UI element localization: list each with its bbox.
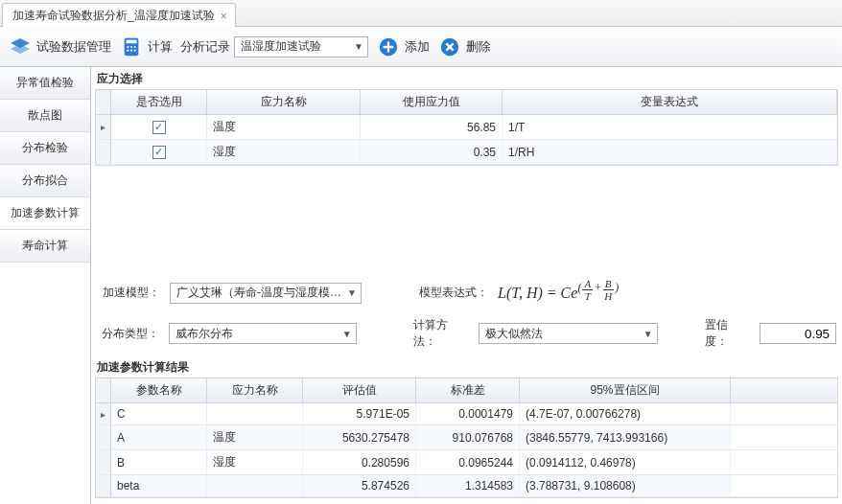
add-button[interactable]: 添加 xyxy=(376,34,430,59)
dist-select-value: 威布尔分布 xyxy=(175,326,233,342)
confidence-input[interactable] xyxy=(760,323,836,344)
x-circle-icon xyxy=(437,34,462,59)
results-cell-stress: 湿度 xyxy=(207,450,303,474)
compute-label: 计算 xyxy=(148,38,173,56)
document-tab[interactable]: 加速寿命试验数据分析_温湿度加速试验 × xyxy=(2,3,236,27)
stress-cell-name: 温度 xyxy=(207,115,361,139)
record-section: 分析记录 温湿度加速试验 ▼ xyxy=(180,36,368,57)
results-row[interactable]: B湿度0.2805960.0965244(0.0914112, 0.46978) xyxy=(96,450,837,475)
checkbox-icon[interactable]: ✓ xyxy=(152,121,166,134)
close-icon[interactable]: × xyxy=(221,11,227,22)
sidebar-item-accelparam[interactable]: 加速参数计算 xyxy=(0,197,90,230)
record-select[interactable]: 温湿度加速试验 ▼ xyxy=(234,36,368,57)
svg-point-7 xyxy=(134,49,136,51)
sidebar: 异常值检验 散点图 分布检验 分布拟合 加速参数计算 寿命计算 xyxy=(0,67,91,504)
results-row[interactable]: A温度5630.275478910.076768(3846.55779, 741… xyxy=(96,425,837,450)
results-cell-est: 5.874526 xyxy=(303,475,416,496)
stress-col-expr: 变量表达式 xyxy=(503,90,837,114)
row-handle-header xyxy=(96,378,111,402)
method-select-value: 极大似然法 xyxy=(485,326,543,342)
results-col-stress: 应力名称 xyxy=(207,378,303,402)
results-col-se: 标准差 xyxy=(416,378,520,402)
sidebar-item-scatter[interactable]: 散点图 xyxy=(0,100,90,132)
stress-cell-value: 56.85 xyxy=(361,115,503,139)
stress-col-name: 应力名称 xyxy=(207,90,361,114)
results-cell-se: 0.0965244 xyxy=(416,450,520,474)
stress-cell-name: 湿度 xyxy=(207,140,361,164)
results-row[interactable]: ▸C5.971E-050.0001479(4.7E-07, 0.00766278… xyxy=(96,403,837,425)
content: 应力选择 是否选用 应力名称 使用应力值 变量表达式 ▸✓温度56.851/T✓… xyxy=(91,67,842,504)
row-handle[interactable]: ▸ xyxy=(96,403,111,424)
stress-col-value: 使用应力值 xyxy=(361,90,503,114)
stress-cell-sel[interactable]: ✓ xyxy=(111,115,207,139)
stress-cell-expr: 1/RH xyxy=(503,140,837,164)
stress-grid-header: 是否选用 应力名称 使用应力值 变量表达式 xyxy=(96,90,837,115)
sidebar-item-outlier[interactable]: 异常值检验 xyxy=(0,67,90,100)
row-handle[interactable] xyxy=(96,475,111,496)
chevron-down-icon: ▼ xyxy=(354,41,363,52)
results-cell-se: 1.314583 xyxy=(416,475,520,496)
model-expression: L(T, H) = Ce(AT+BH) xyxy=(498,281,619,306)
chevron-down-icon: ▼ xyxy=(643,329,653,339)
results-cell-est: 5.971E-05 xyxy=(303,403,416,424)
compute-button[interactable]: 计算 xyxy=(119,34,173,59)
method-select[interactable]: 极大似然法 ▼ xyxy=(479,323,657,344)
add-label: 添加 xyxy=(405,38,430,56)
results-cell-ci: (3.788731, 9.108608) xyxy=(520,475,731,496)
results-title: 加速参数计算结果 xyxy=(91,355,842,378)
data-mgmt-button[interactable]: 试验数据管理 xyxy=(8,34,111,59)
data-mgmt-label: 试验数据管理 xyxy=(36,38,111,56)
sidebar-item-disttest[interactable]: 分布检验 xyxy=(0,132,90,165)
row-handle[interactable] xyxy=(96,450,111,474)
results-cell-se: 910.076768 xyxy=(416,425,520,449)
svg-point-4 xyxy=(134,45,136,47)
results-cell-param: A xyxy=(111,425,207,449)
stress-title: 应力选择 xyxy=(91,67,842,89)
main: 异常值检验 散点图 分布检验 分布拟合 加速参数计算 寿命计算 应力选择 是否选… xyxy=(0,67,842,504)
dist-label: 分布类型： xyxy=(97,326,159,342)
stress-cell-value: 0.35 xyxy=(361,140,503,164)
stress-cell-sel[interactable]: ✓ xyxy=(111,140,207,164)
checkbox-icon[interactable]: ✓ xyxy=(152,146,166,159)
row-handle-header xyxy=(96,90,111,114)
results-col-param: 参数名称 xyxy=(111,378,207,402)
results-col-ci: 95%置信区间 xyxy=(520,378,731,402)
model-label: 加速模型： xyxy=(97,285,160,301)
record-select-value: 温湿度加速试验 xyxy=(241,38,321,55)
plus-circle-icon xyxy=(376,34,401,59)
svg-point-2 xyxy=(127,45,129,47)
model-select[interactable]: 广义艾琳（寿命-温度与湿度模… ▼ xyxy=(170,283,362,304)
form-area: 加速模型： 广义艾琳（寿命-温度与湿度模… ▼ 模型表达式： L(T, H) =… xyxy=(91,271,842,355)
row-handle[interactable] xyxy=(96,140,111,164)
results-cell-param: C xyxy=(111,403,207,424)
results-cell-param: B xyxy=(111,450,207,474)
svg-point-5 xyxy=(127,49,129,51)
sidebar-item-distfit[interactable]: 分布拟合 xyxy=(0,165,90,197)
tab-strip: 加速寿命试验数据分析_温湿度加速试验 × xyxy=(0,0,842,27)
chevron-down-icon: ▼ xyxy=(342,329,352,339)
stress-col-sel: 是否选用 xyxy=(111,90,207,114)
results-cell-ci: (0.0914112, 0.46978) xyxy=(520,450,731,474)
results-cell-ci: (3846.55779, 7413.993166) xyxy=(520,425,731,449)
results-cell-stress xyxy=(207,403,303,424)
delete-label: 删除 xyxy=(466,38,491,56)
results-cell-param: beta xyxy=(111,475,207,496)
results-grid: 参数名称 应力名称 评估值 标准差 95%置信区间 ▸C5.971E-050.0… xyxy=(95,378,838,498)
stress-row[interactable]: ✓湿度0.351/RH xyxy=(96,140,837,165)
stress-cell-expr: 1/T xyxy=(503,115,837,139)
results-cell-est: 5630.275478 xyxy=(303,425,416,449)
model-select-value: 广义艾琳（寿命-温度与湿度模… xyxy=(176,285,341,301)
results-cell-ci: (4.7E-07, 0.00766278) xyxy=(520,403,731,424)
row-handle[interactable]: ▸ xyxy=(96,115,111,139)
results-row[interactable]: beta5.8745261.314583(3.788731, 9.108608) xyxy=(96,475,837,497)
stress-row[interactable]: ▸✓温度56.851/T xyxy=(96,115,837,140)
sidebar-item-life[interactable]: 寿命计算 xyxy=(0,230,90,263)
delete-button[interactable]: 删除 xyxy=(437,34,491,59)
row-handle[interactable] xyxy=(96,425,111,449)
dist-select[interactable]: 威布尔分布 ▼ xyxy=(169,323,357,344)
results-cell-se: 0.0001479 xyxy=(416,403,520,424)
chevron-down-icon: ▼ xyxy=(347,287,357,298)
calculator-icon xyxy=(119,34,144,59)
results-col-est: 评估值 xyxy=(303,378,416,402)
results-cell-stress: 温度 xyxy=(207,425,303,449)
